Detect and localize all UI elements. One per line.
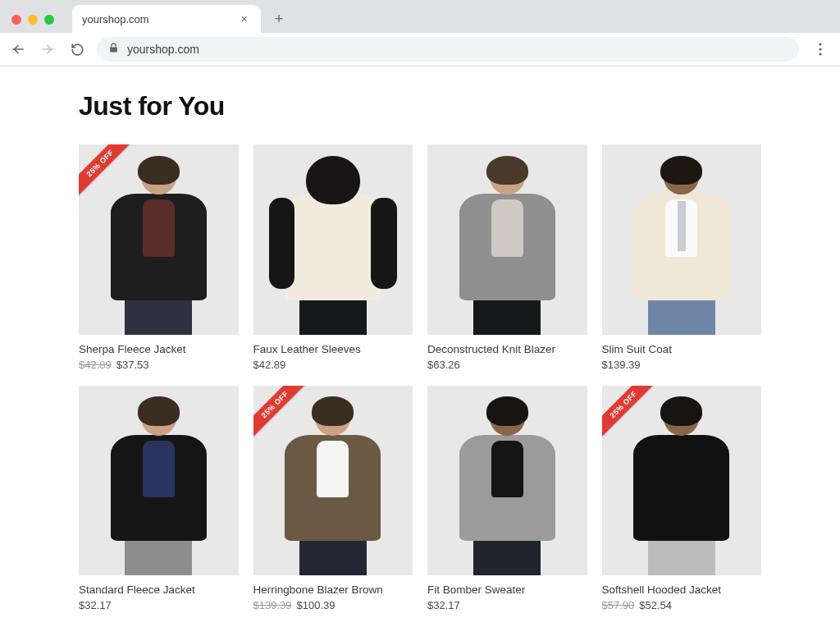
- product-price: $139.39: [602, 359, 762, 371]
- product-current-price: $37.53: [116, 359, 149, 371]
- product-current-price: $139.39: [602, 359, 641, 371]
- product-card[interactable]: Fit Bomber Sweater $32.17: [427, 386, 587, 612]
- product-name: Herringbone Blazer Brown: [253, 584, 413, 596]
- new-tab-button[interactable]: +: [267, 7, 290, 30]
- product-image[interactable]: 25% OFF: [79, 144, 239, 335]
- product-name: Standard Fleece Jacket: [79, 584, 239, 596]
- product-image[interactable]: [602, 144, 762, 335]
- reload-icon: [71, 43, 84, 57]
- window-controls: [11, 15, 54, 25]
- svg-point-2: [819, 43, 821, 45]
- product-card[interactable]: Faux Leather Sleeves $42.89: [253, 144, 413, 371]
- product-current-price: $42.89: [253, 359, 286, 371]
- product-card[interactable]: Deconstructed Knit Blazer $63.26: [427, 144, 587, 371]
- lock-icon: [108, 43, 119, 56]
- product-name: Fit Bomber Sweater: [427, 584, 587, 596]
- product-card[interactable]: 25% OFF Softshell Hooded Jacket $57.90$5…: [602, 386, 762, 612]
- product-current-price: $63.26: [427, 359, 460, 371]
- product-image[interactable]: 25% OFF: [253, 386, 413, 576]
- product-image[interactable]: 25% OFF: [602, 386, 762, 576]
- product-name: Sherpa Fleece Jacket: [79, 343, 239, 355]
- back-button[interactable]: [8, 39, 28, 59]
- product-card[interactable]: Slim Suit Coat $139.39: [602, 144, 762, 371]
- product-price: $63.26: [427, 359, 587, 371]
- tab-strip: yourshop.com × +: [0, 0, 840, 33]
- product-old-price: $139.39: [253, 599, 292, 611]
- product-price: $57.90$52.54: [602, 599, 762, 611]
- product-price: $42.89$37.53: [79, 359, 239, 371]
- product-image[interactable]: [427, 386, 587, 576]
- product-name: Softshell Hooded Jacket: [602, 584, 762, 596]
- svg-point-4: [819, 53, 821, 55]
- product-card[interactable]: 25% OFF Sherpa Fleece Jacket $42.89$37.5…: [79, 144, 239, 371]
- product-old-price: $57.90: [602, 599, 635, 611]
- product-image[interactable]: [253, 144, 413, 335]
- product-name: Deconstructed Knit Blazer: [427, 343, 587, 355]
- product-price: $32.17: [427, 599, 587, 611]
- page-content: Just for You 25% OFF Sherpa Fleece Jacke…: [0, 66, 840, 611]
- product-current-price: $52.54: [639, 599, 672, 611]
- tab-close-icon[interactable]: ×: [238, 11, 251, 27]
- browser-chrome: yourshop.com × + yourshop.com: [0, 0, 840, 66]
- product-current-price: $32.17: [79, 599, 112, 611]
- browser-tab[interactable]: yourshop.com ×: [72, 5, 261, 33]
- product-current-price: $100.39: [297, 599, 336, 611]
- product-grid: 25% OFF Sherpa Fleece Jacket $42.89$37.5…: [79, 144, 761, 611]
- arrow-right-icon: [40, 42, 55, 57]
- forward-button[interactable]: [38, 39, 57, 59]
- svg-point-3: [819, 48, 821, 50]
- product-price: $42.89: [253, 359, 413, 371]
- product-price: $139.39$100.39: [253, 599, 413, 611]
- address-bar-url: yourshop.com: [127, 43, 199, 56]
- tab-title: yourshop.com: [82, 13, 238, 25]
- product-name: Slim Suit Coat: [602, 343, 762, 355]
- product-card[interactable]: Standard Fleece Jacket $32.17: [79, 386, 239, 612]
- product-card[interactable]: 25% OFF Herringbone Blazer Brown $139.39…: [253, 386, 413, 612]
- window-maximize-button[interactable]: [44, 15, 54, 25]
- arrow-left-icon: [11, 42, 25, 57]
- address-bar[interactable]: yourshop.com: [97, 37, 799, 62]
- reload-button[interactable]: [67, 39, 87, 59]
- kebab-icon: [819, 43, 822, 56]
- product-image[interactable]: [79, 386, 239, 576]
- browser-toolbar: yourshop.com: [0, 33, 840, 66]
- browser-menu-button[interactable]: [809, 38, 832, 61]
- product-name: Faux Leather Sleeves: [253, 343, 413, 355]
- product-price: $32.17: [79, 599, 239, 611]
- window-minimize-button[interactable]: [28, 15, 38, 25]
- product-current-price: $32.17: [427, 599, 460, 611]
- section-title: Just for You: [79, 91, 761, 121]
- product-image[interactable]: [427, 144, 587, 335]
- product-old-price: $42.89: [79, 359, 112, 371]
- window-close-button[interactable]: [11, 15, 21, 25]
